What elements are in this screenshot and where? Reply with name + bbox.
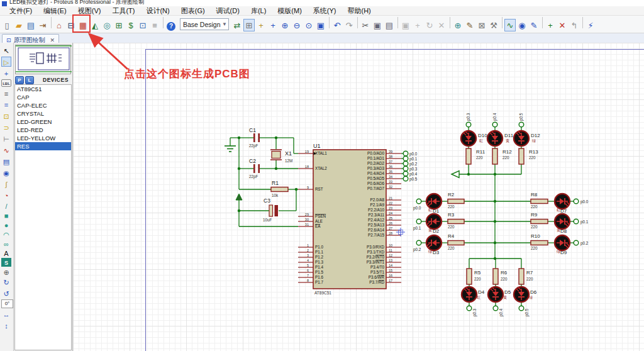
line-2d-button[interactable]: / bbox=[1, 201, 11, 210]
close-tab-icon[interactable]: ✕ bbox=[50, 37, 55, 43]
menu-item-5[interactable]: 图表(G) bbox=[175, 6, 211, 16]
terminal[interactable] bbox=[574, 240, 579, 245]
new-project-button[interactable]: ▯ bbox=[1, 19, 13, 31]
resistor-body[interactable] bbox=[519, 148, 524, 164]
pan-mode-button[interactable]: + bbox=[267, 19, 279, 31]
menu-item-3[interactable]: 工具(T) bbox=[106, 6, 140, 16]
open-project-button[interactable]: ▰ bbox=[13, 19, 25, 31]
device-pin-mode-button[interactable]: ⊢ bbox=[1, 133, 11, 143]
terminal[interactable] bbox=[416, 240, 421, 245]
power-terminal[interactable] bbox=[236, 194, 242, 200]
close-project-button[interactable]: ⇥ bbox=[37, 19, 48, 31]
led-column-top-0[interactable]: p0.3D10红R11220 bbox=[461, 113, 487, 164]
block-copy-button[interactable]: ▣ bbox=[400, 19, 411, 31]
marker-2d-button[interactable]: ⊕ bbox=[1, 267, 11, 276]
generator-mode-button[interactable]: ◉ bbox=[1, 167, 11, 177]
terminal-mode-button[interactable]: ⊃ bbox=[1, 122, 11, 132]
terminal-p0.0[interactable]: p0.0 bbox=[403, 151, 418, 156]
electrical-rule-check-button[interactable]: ⚡ bbox=[585, 19, 596, 31]
toggle-grid-button[interactable]: ⊞ bbox=[243, 19, 255, 31]
led-row-right-1[interactable]: R9220黄D8p0.1 bbox=[531, 212, 589, 234]
help-button[interactable]: ? bbox=[165, 19, 177, 31]
led-column-bottom-0[interactable]: R5220D4红p0.3 bbox=[462, 269, 485, 316]
resistor-body[interactable] bbox=[448, 241, 464, 245]
device-item-led-yellow[interactable]: LED-YELLOW bbox=[15, 134, 71, 142]
wire-label-mode-button[interactable]: LBL bbox=[1, 79, 11, 87]
path-2d-button[interactable]: ∞ bbox=[1, 239, 11, 248]
terminal[interactable] bbox=[403, 161, 408, 166]
pick-devices-button[interactable]: P bbox=[15, 76, 24, 84]
led-column-bottom-1[interactable]: R6220D5黄p0.4 bbox=[488, 269, 511, 316]
overview-panel[interactable] bbox=[15, 45, 71, 74]
redraw-button[interactable]: ⇄ bbox=[231, 19, 243, 31]
terminal[interactable] bbox=[403, 171, 408, 176]
menu-item-6[interactable]: 调试(D) bbox=[211, 6, 245, 16]
crystal-x1[interactable]: X112M bbox=[270, 150, 292, 163]
decompose-button[interactable]: ⚒ bbox=[488, 19, 499, 31]
zoom-all-button[interactable]: ⊙ bbox=[303, 19, 314, 31]
goto-sheet-button[interactable]: ↰ bbox=[569, 19, 580, 31]
led-row-right-0[interactable]: R8220红D7p0.0 bbox=[531, 192, 589, 214]
origin-button[interactable]: + bbox=[255, 19, 267, 31]
resistor-body[interactable] bbox=[519, 269, 524, 284]
current-probe-mode-button[interactable]: ◔ bbox=[1, 190, 11, 200]
terminal[interactable] bbox=[493, 306, 498, 311]
device-item-crystal[interactable]: CRYSTAL bbox=[15, 109, 71, 118]
menu-item-7[interactable]: 库(L) bbox=[245, 6, 272, 16]
rotate-ccw-button[interactable]: ↺ bbox=[1, 288, 11, 298]
undo-button[interactable]: ↶ bbox=[331, 19, 343, 31]
voltage-probe-mode-button[interactable]: ∫ bbox=[1, 179, 11, 189]
mcu-at89c51[interactable]: U1AT89C5119XTAL118XTAL29RST29PSEN30ALE31… bbox=[298, 143, 401, 295]
wire-autorouter-button[interactable]: ∿ bbox=[504, 19, 516, 31]
graph-mode-button[interactable]: ∿ bbox=[1, 145, 11, 155]
zoom-in-button[interactable]: ⊕ bbox=[279, 19, 291, 31]
terminal[interactable] bbox=[574, 199, 579, 204]
terminal[interactable] bbox=[416, 219, 421, 224]
source-code-button[interactable]: ⊡ bbox=[137, 19, 148, 31]
menu-item-0[interactable]: 文件(F) bbox=[4, 6, 38, 16]
design-explorer-button[interactable]: ⊞ bbox=[113, 19, 125, 31]
terminal[interactable] bbox=[492, 122, 497, 127]
led-row-left-0[interactable]: p0.0红D1R2220 bbox=[413, 192, 464, 214]
terminal-p0.3[interactable]: p0.3 bbox=[403, 166, 418, 171]
terminal[interactable] bbox=[467, 306, 472, 311]
ground-symbol[interactable] bbox=[225, 146, 236, 152]
resistor-body[interactable] bbox=[448, 220, 464, 224]
capacitor-c3[interactable]: C310uF bbox=[263, 198, 278, 222]
remove-sheet-button[interactable]: ✕ bbox=[557, 19, 568, 31]
resistor-body[interactable] bbox=[271, 187, 288, 192]
resistor-r1[interactable]: R110k bbox=[271, 180, 288, 198]
terminal-p0.2[interactable]: p0.2 bbox=[403, 161, 418, 166]
bill-of-materials-button[interactable]: $ bbox=[125, 19, 136, 31]
cut-button[interactable]: ✂ bbox=[360, 19, 371, 31]
bus-mode-button[interactable]: = bbox=[1, 99, 11, 109]
box-2d-button[interactable]: ■ bbox=[1, 211, 11, 220]
terminal-p0.5[interactable]: p0.5 bbox=[403, 176, 418, 181]
flip-horizontal-button[interactable]: ↔ bbox=[1, 309, 11, 319]
3d-visualizer-button[interactable]: ◭ bbox=[89, 19, 101, 31]
project-notes-button[interactable]: ≡ bbox=[149, 19, 160, 31]
device-item-led-red[interactable]: LED-RED bbox=[15, 126, 71, 134]
rotation-angle-display[interactable]: 0° bbox=[1, 299, 13, 308]
library-button[interactable]: L bbox=[25, 76, 34, 84]
resistor-body[interactable] bbox=[466, 148, 471, 164]
component-mode-button[interactable]: ▷ bbox=[1, 57, 11, 67]
led-row-left-2[interactable]: p0.2绿D3R4220 bbox=[413, 233, 464, 255]
text-2d-button[interactable]: A bbox=[1, 248, 11, 257]
resistor-body[interactable] bbox=[492, 148, 497, 164]
property-assignment-button[interactable]: ✎ bbox=[528, 19, 540, 31]
flip-vertical-button[interactable]: ↕ bbox=[1, 320, 11, 330]
device-item-led-green[interactable]: LED-GREEN bbox=[15, 118, 71, 126]
led-row-left-1[interactable]: p0.1黄D2R3220 bbox=[413, 212, 464, 234]
arc-2d-button[interactable]: ◠ bbox=[1, 230, 11, 238]
led-row-right-2[interactable]: R10220绿D9p0.2 bbox=[531, 233, 589, 255]
block-rotate-button[interactable]: ↻ bbox=[424, 19, 435, 31]
device-item-cap-elec[interactable]: CAP-ELEC bbox=[15, 101, 71, 109]
terminal[interactable] bbox=[403, 166, 408, 171]
subcircuit-mode-button[interactable]: ⊡ bbox=[1, 111, 11, 121]
copy-button[interactable]: ▣ bbox=[372, 19, 383, 31]
zoom-out-button[interactable]: ⊖ bbox=[291, 19, 303, 31]
resistor-body[interactable] bbox=[531, 220, 548, 224]
led-column-bottom-2[interactable]: R7220D6绿p0.5 bbox=[514, 269, 537, 316]
terminal[interactable] bbox=[403, 156, 408, 161]
